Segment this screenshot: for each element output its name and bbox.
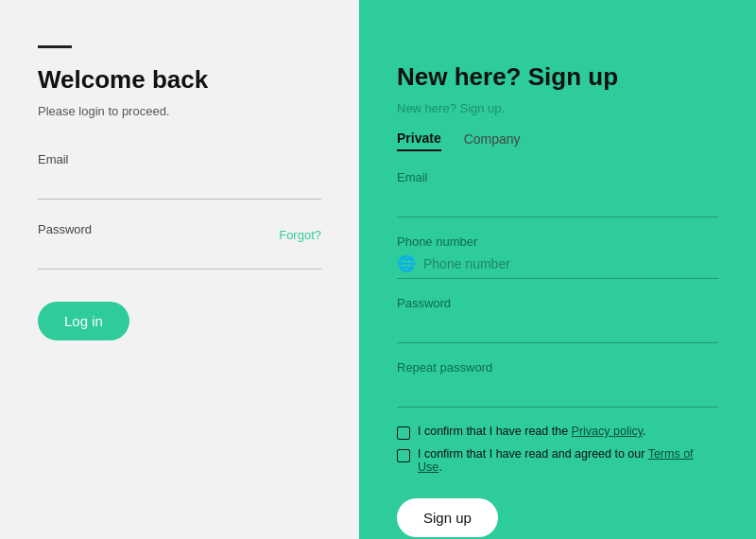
email-input[interactable] [38,172,321,200]
phone-input-row: 🌐 [397,254,718,279]
email-field-container: Email [38,152,321,200]
account-type-tabs: Private Company [397,130,718,151]
tab-private[interactable]: Private [397,130,441,151]
privacy-policy-link[interactable]: Privacy policy [572,425,643,438]
login-button[interactable]: Log in [38,302,129,340]
terms-checkbox[interactable] [397,449,410,462]
signup-password-input[interactable] [397,316,718,343]
phone-label: Phone number [397,235,718,249]
repeat-password-label: Repeat password [397,360,718,374]
forgot-password-link[interactable]: Forgot? [279,228,321,242]
login-subtitle: Please login to proceed. [38,104,321,118]
email-label: Email [38,152,321,166]
signup-email-field-container: Email [397,170,718,217]
privacy-policy-checkbox[interactable] [397,426,410,440]
login-title: Welcome back [38,65,321,95]
phone-input[interactable] [423,256,718,271]
phone-field-container: Phone number 🌐 [397,235,718,296]
signup-panel: New here? Sign up New here? Sign up. Pri… [359,0,756,539]
tab-company[interactable]: Company [464,130,521,151]
password-input[interactable] [38,242,321,270]
signup-button[interactable]: Sign up [397,498,498,537]
signup-email-label: Email [397,170,718,184]
signup-password-field-container: Password [397,296,718,343]
signup-title: New here? Sign up [397,62,718,92]
repeat-password-field-container: Repeat password [397,360,718,408]
terms-checkbox-row: I confirm that I have read and agreed to… [397,447,718,474]
privacy-policy-checkbox-row: I confirm that I have read the Privacy p… [397,425,718,440]
login-panel: Welcome back Please login to proceed. Em… [0,0,359,539]
repeat-password-input[interactable] [397,380,718,408]
terms-text: I confirm that I have read and agreed to… [418,447,718,474]
globe-icon: 🌐 [397,254,416,272]
decorative-bar [38,45,72,48]
signup-email-input[interactable] [397,190,718,217]
privacy-policy-text: I confirm that I have read the Privacy p… [418,425,646,438]
password-field-container: Password Forgot? [38,222,321,270]
signup-password-label: Password [397,296,718,310]
password-label: Password [38,222,92,236]
signup-subtitle: New here? Sign up. [397,101,718,115]
